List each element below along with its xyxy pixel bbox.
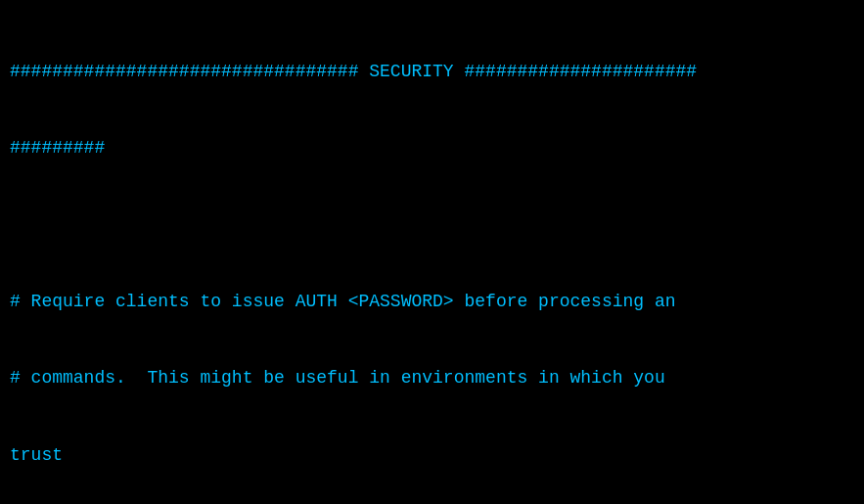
line-3 <box>10 212 854 238</box>
line-5: # commands. This might be useful in envi… <box>10 365 854 390</box>
line-1: ################################# SECURI… <box>10 59 854 84</box>
line-2: ######### <box>10 135 854 160</box>
line-4: # Require clients to issue AUTH <PASSWOR… <box>10 289 854 314</box>
line-6: trust <box>10 442 854 468</box>
terminal-view: ################################# SECURI… <box>0 0 864 504</box>
